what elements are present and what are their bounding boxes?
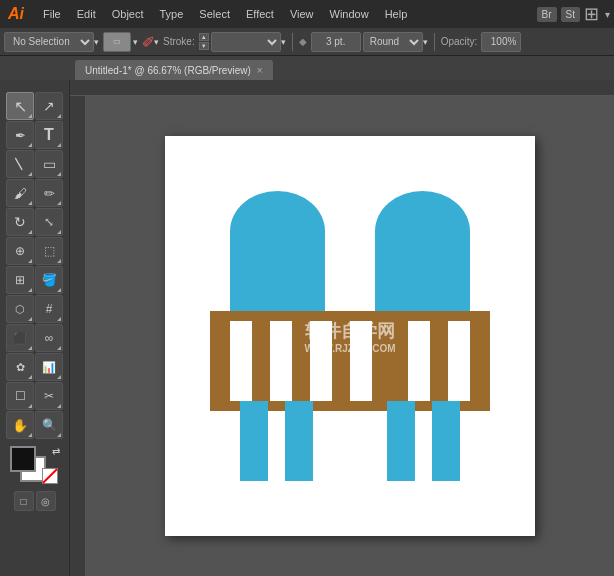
tools-extra-btns: □ ◎ [14, 491, 56, 511]
gradient-tool[interactable]: ⬛ [6, 324, 34, 352]
tool-triangle [28, 346, 32, 350]
warp-icon: ⊕ [15, 244, 25, 258]
leg-right-1 [387, 401, 415, 481]
slice-tool[interactable]: ✂ [35, 382, 63, 410]
menu-file[interactable]: File [36, 6, 68, 22]
tool-triangle [57, 230, 61, 234]
free-transform-icon: ⬚ [44, 244, 55, 258]
slat-1 [230, 321, 252, 401]
free-transform-tool[interactable]: ⬚ [35, 237, 63, 265]
zoom-tool[interactable]: 🔍 [35, 411, 63, 439]
slat-3 [310, 321, 332, 401]
tool-row-2: ✒ T [6, 121, 63, 149]
opacity-input[interactable] [481, 32, 521, 52]
swap-colors-icon[interactable]: ⇄ [52, 446, 60, 457]
leg-right-2 [432, 401, 460, 481]
tool-triangle [28, 375, 32, 379]
menu-bar: Ai File Edit Object Type Select Effect V… [0, 0, 614, 28]
menu-view[interactable]: View [283, 6, 321, 22]
tool-triangle [57, 259, 61, 263]
foreground-color-swatch[interactable] [10, 446, 36, 472]
artboard-icon: ☐ [15, 389, 26, 403]
type-icon: T [44, 126, 54, 144]
menu-edit[interactable]: Edit [70, 6, 103, 22]
mesh-tool[interactable]: # [35, 295, 63, 323]
menu-object[interactable]: Object [105, 6, 151, 22]
scale-tool[interactable]: ⤡ [35, 208, 63, 236]
tool-triangle [57, 143, 61, 147]
stroke-down-btn[interactable]: ▼ [199, 42, 209, 50]
stroke-up-btn[interactable]: ▲ [199, 33, 209, 41]
canvas-workspace[interactable]: 软件自学网 WWW.RJZXW.COM [86, 96, 614, 576]
stroke-dropdown[interactable] [211, 32, 281, 52]
menu-effect[interactable]: Effect [239, 6, 281, 22]
rotate-tool[interactable]: ↻ [6, 208, 34, 236]
expand-icon[interactable]: ▾ [605, 9, 610, 20]
rotate-icon: ↻ [14, 214, 26, 230]
paintbrush-tool[interactable]: 🖌 [6, 179, 34, 207]
document-tab[interactable]: Untitled-1* @ 66.67% (RGB/Preview) × [75, 60, 273, 80]
weight-dropdown[interactable]: Round [363, 32, 423, 52]
direct-selection-tool[interactable]: ↗ [35, 92, 63, 120]
none-color-box[interactable] [42, 468, 58, 484]
graph-tool[interactable]: 📊 [35, 353, 63, 381]
weight-input[interactable] [311, 32, 361, 52]
perspective-icon: ⬡ [15, 303, 25, 316]
layout-icon[interactable]: ⊞ [584, 3, 599, 25]
selection-dropdown[interactable]: No Selection [4, 32, 94, 52]
warp-tool[interactable]: ⊕ [6, 237, 34, 265]
color-swatches: ⇄ [10, 446, 60, 486]
tab-bar: Untitled-1* @ 66.67% (RGB/Preview) × [0, 56, 614, 80]
bridge-icon[interactable]: Br [537, 7, 557, 22]
tool-row-6: ⊕ ⬚ [6, 237, 63, 265]
draw-inside-btn[interactable]: ◎ [36, 491, 56, 511]
leg-left-2 [285, 401, 313, 481]
tab-close-btn[interactable]: × [257, 65, 263, 76]
tool-triangle [28, 317, 32, 321]
shape-tool[interactable]: ▭ [35, 150, 63, 178]
tool-triangle [57, 404, 61, 408]
horizontal-ruler [70, 80, 614, 96]
ruler-corner [20, 84, 50, 89]
app-logo: Ai [4, 5, 28, 23]
menu-help[interactable]: Help [378, 6, 415, 22]
stroke-control: ▲ ▼ ▾ [199, 32, 286, 52]
artboard-tool[interactable]: ☐ [6, 382, 34, 410]
main-area: ↖ ↗ ✒ T / ▭ [0, 80, 614, 576]
separator1 [292, 33, 293, 51]
gradient-icon: ⬛ [13, 332, 27, 345]
menu-select[interactable]: Select [192, 6, 237, 22]
symbol-icon: ✿ [16, 361, 25, 374]
brush-control: ✏ ▾ [142, 32, 159, 51]
line-tool[interactable]: / [6, 150, 34, 178]
fill-color-box[interactable]: ▭ [103, 32, 131, 52]
pencil-tool[interactable]: ✏ [35, 179, 63, 207]
paintbrush-icon: 🖌 [14, 186, 27, 201]
hand-tool[interactable]: ✋ [6, 411, 34, 439]
symbol-tool[interactable]: ✿ [6, 353, 34, 381]
menu-type[interactable]: Type [153, 6, 191, 22]
shape-icon: ▭ [43, 156, 56, 172]
stock-icon[interactable]: St [561, 7, 580, 22]
blend-tool[interactable]: ∞ [35, 324, 63, 352]
shape-builder-tool[interactable]: ⊞ [6, 266, 34, 294]
stroke-dropdown-arrow: ▾ [281, 37, 286, 47]
opacity-label: Opacity: [441, 36, 478, 47]
dropdown-arrow: ▾ [94, 37, 99, 47]
slat-4 [350, 321, 372, 401]
tools-panel: ↖ ↗ ✒ T / ▭ [0, 80, 70, 576]
live-paint-tool[interactable]: 🪣 [35, 266, 63, 294]
pen-tool[interactable]: ✒ [6, 121, 34, 149]
menu-window[interactable]: Window [323, 6, 376, 22]
slat-5 [408, 321, 430, 401]
selection-tool[interactable]: ↖ [6, 92, 34, 120]
mesh-icon: # [46, 302, 53, 316]
type-tool[interactable]: T [35, 121, 63, 149]
tool-triangle [57, 346, 61, 350]
tool-triangle [57, 317, 61, 321]
perspective-tool[interactable]: ⬡ [6, 295, 34, 323]
tool-triangle [57, 375, 61, 379]
shape-builder-icon: ⊞ [15, 273, 25, 287]
hand-icon: ✋ [12, 418, 28, 433]
change-screen-mode-btn[interactable]: □ [14, 491, 34, 511]
